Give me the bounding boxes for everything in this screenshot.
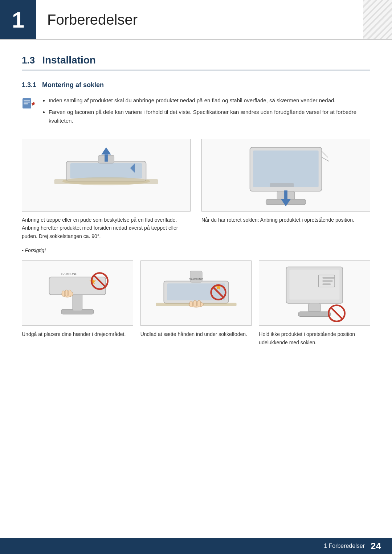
svg-rect-53 (298, 312, 331, 316)
image-frame-3: ★ SAMSUNG (22, 260, 133, 326)
svg-rect-49 (323, 280, 333, 282)
subsection-number: 1.3.1 (22, 81, 36, 89)
notes-list: Inden samling af produktet skal du anbri… (41, 96, 370, 128)
svg-point-10 (62, 177, 150, 185)
note-item-1: Inden samling af produktet skal du anbri… (49, 96, 370, 105)
svg-text:SAMSUNG: SAMSUNG (61, 272, 78, 276)
svg-line-22 (322, 157, 329, 161)
image-caption-3: Undgå at placere dine hænder i drejeområ… (22, 330, 133, 338)
svg-rect-28 (65, 290, 68, 296)
svg-line-21 (322, 151, 328, 157)
page-footer: 1 Forberedelser 24 (0, 538, 392, 554)
svg-rect-27 (62, 291, 65, 296)
image-block-5: Hold ikke produktet i opretstående posit… (259, 260, 370, 346)
chapter-title-area: Forberedelser (36, 0, 363, 39)
notes-area: Inden samling af produktet skal du anbri… (22, 96, 370, 128)
image-caption-5: Hold ikke produktet i opretstående posit… (259, 330, 370, 346)
caution-note: - Forsigtig! (22, 247, 370, 253)
header-stripe-decoration (363, 0, 392, 39)
svg-rect-1 (24, 100, 30, 101)
section-number: 1.3 (22, 55, 35, 66)
svg-line-55 (331, 308, 342, 319)
footer-page-number: 24 (371, 541, 381, 552)
svg-rect-47 (290, 270, 340, 300)
chapter-number-box: 1 (0, 0, 36, 39)
chapter-title: Forberedelser (47, 12, 138, 28)
image-caption-1: Anbring et tæppe eller en pude som besky… (22, 216, 191, 240)
image-block-4: ★ SAMSUNG Undlad at sætte hånden ind und… (140, 260, 252, 346)
section-title: Installation (42, 54, 96, 66)
svg-rect-48 (323, 277, 335, 279)
svg-text:SAMSUNG: SAMSUNG (189, 278, 203, 281)
svg-rect-20 (270, 183, 294, 187)
svg-rect-15 (253, 151, 318, 187)
image-frame-5 (259, 260, 370, 326)
note-icon (22, 97, 35, 110)
image-caption-4: Undlad at sætte hånden ind under sokkelf… (140, 330, 252, 338)
subsection-heading: 1.3.1 Montering af soklen (22, 81, 370, 89)
svg-rect-29 (69, 290, 71, 296)
svg-rect-12 (105, 155, 108, 162)
svg-rect-2 (24, 102, 30, 103)
subsection-title: Montering af soklen (42, 81, 104, 89)
image-row-2: ★ SAMSUNG Undgå at placere dine hænder i… (22, 260, 370, 346)
main-content: 1.3 Installation 1.3.1 Montering af sokl… (0, 40, 392, 383)
image-block-2: Når du har roteret soklen: Anbring produ… (201, 139, 370, 240)
svg-rect-52 (309, 303, 320, 312)
image-frame-1 (22, 139, 191, 212)
svg-rect-40 (193, 300, 196, 307)
svg-rect-24 (73, 293, 82, 311)
image-block-3: ★ SAMSUNG Undgå at placere dine hænder i… (22, 260, 133, 346)
image-row-1: Anbring et tæppe eller en pude som besky… (22, 139, 370, 240)
svg-rect-39 (189, 301, 192, 307)
svg-marker-11 (101, 147, 111, 155)
image-caption-2: Når du har roteret soklen: Anbring produ… (201, 216, 370, 224)
image-block-1: Anbring et tæppe eller en pude som besky… (22, 139, 191, 240)
svg-rect-3 (24, 103, 28, 104)
chapter-number: 1 (12, 7, 24, 33)
svg-rect-8 (70, 163, 142, 178)
image-frame-4: ★ SAMSUNG (140, 260, 252, 326)
section-heading: 1.3 Installation (22, 54, 370, 70)
svg-rect-19 (284, 190, 287, 199)
footer-text: 1 Forberedelser (324, 543, 365, 549)
note-item-2: Farven og faconen på dele kan variere i … (49, 108, 370, 125)
svg-rect-50 (323, 283, 331, 285)
image-frame-2 (201, 139, 370, 212)
svg-marker-4 (32, 102, 35, 106)
page-header: 1 Forberedelser (0, 0, 392, 40)
svg-rect-41 (197, 300, 200, 307)
